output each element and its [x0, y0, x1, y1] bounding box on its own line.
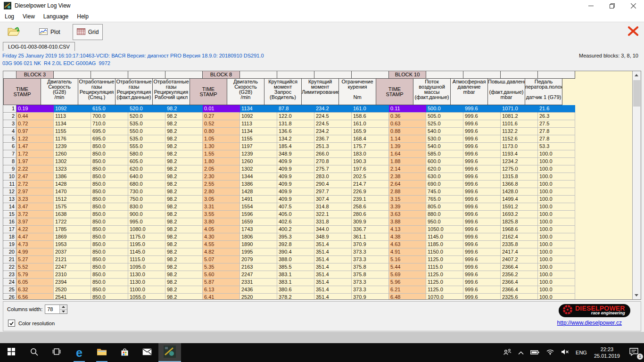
grid-cell[interactable]: 850.0 [91, 211, 128, 218]
restore-button[interactable] [602, 0, 623, 11]
grid-cell[interactable]: 2436 [240, 286, 277, 294]
grid-cell[interactable]: 1132.2 [501, 128, 538, 135]
grid-cell[interactable]: 4.82 [203, 248, 240, 256]
row-number[interactable]: 26 [3, 294, 17, 300]
grid-cell[interactable]: 995.0 [128, 218, 165, 226]
grid-cell[interactable]: 999.6 [463, 226, 501, 233]
grid-cell[interactable]: 0.44 [17, 113, 54, 120]
grid-cell[interactable]: 297.7 [314, 188, 352, 196]
grid-cell[interactable]: 1323 [54, 165, 91, 173]
grid-cell[interactable]: 950.0 [426, 218, 463, 226]
scroll-down-button[interactable] [633, 291, 640, 299]
grid-cell[interactable]: 2331 [240, 279, 277, 286]
row-number[interactable]: 10 [3, 173, 17, 181]
grid-cell[interactable]: 999.6 [463, 143, 501, 150]
search-button[interactable] [23, 343, 45, 362]
scroll-thumb[interactable] [633, 80, 640, 107]
grid-cell[interactable]: 850.0 [91, 143, 128, 150]
grid-cell[interactable]: 409.9 [277, 181, 314, 188]
grid-cell[interactable]: 3.05 [203, 196, 240, 203]
grid-cell[interactable]: 4.13 [389, 226, 426, 233]
grid-cell[interactable]: 1638 [54, 211, 91, 218]
grid-cell[interactable]: 0.52 [203, 120, 240, 128]
grid-cell[interactable]: 98.2 [165, 143, 203, 150]
grid-cell[interactable]: 1095.0 [128, 263, 165, 271]
grid-cell[interactable]: 535.0 [128, 135, 165, 143]
grid-cell[interactable]: 0.27 [203, 113, 240, 120]
scroll-up-button[interactable] [633, 71, 640, 79]
grid-cell[interactable]: 224.5 [314, 113, 352, 120]
grid-cell[interactable]: 1185.0 [426, 241, 463, 248]
grid-cell[interactable]: 1081.2 [501, 113, 538, 120]
grid-cell[interactable]: 409.9 [277, 173, 314, 181]
grid-cell[interactable]: 375.8 [352, 271, 389, 279]
taskbar-clock[interactable]: 22:23 25.01.2019 [590, 343, 624, 362]
grid-cell[interactable]: 850.0 [91, 279, 128, 286]
grid-cell[interactable]: 1825.8 [501, 218, 538, 226]
grid-cell[interactable]: 745.0 [426, 188, 463, 196]
grid-cell[interactable]: 4.55 [203, 241, 240, 248]
grid-cell[interactable]: 850.0 [91, 173, 128, 181]
grid-cell[interactable]: 3.39 [389, 203, 426, 211]
grid-cell[interactable]: 1386 [240, 181, 277, 188]
grid-cell[interactable]: 1659 [240, 218, 277, 226]
grid-cell[interactable]: 3.80 [203, 218, 240, 226]
grid-cell[interactable]: 5.44 [389, 263, 426, 271]
grid-cell[interactable]: 1260 [240, 158, 277, 165]
grid-cell[interactable]: 1176 [54, 135, 91, 143]
grid-cell[interactable]: 0.11 [389, 105, 426, 113]
grid-cell[interactable]: 710.0 [91, 120, 128, 128]
grid-cell[interactable]: 98.2 [165, 105, 203, 113]
grid-cell[interactable]: 1130.0 [128, 271, 165, 279]
grid-cell[interactable]: 1554 [240, 203, 277, 211]
edge-button[interactable]: e [68, 343, 91, 362]
grid-cell[interactable]: 100.0 [538, 256, 575, 263]
grid-cell[interactable]: 999.6 [463, 188, 501, 196]
grid-cell[interactable]: 3.31 [203, 203, 240, 211]
grid-cell[interactable]: 695.0 [91, 135, 128, 143]
grid-cell[interactable]: 100.0 [538, 181, 575, 188]
grid-cell[interactable]: 1428 [54, 181, 91, 188]
grid-cell[interactable]: 100.0 [538, 211, 575, 218]
grid-cell[interactable]: 98.2 [165, 203, 203, 211]
grid-cell[interactable]: 351.4 [314, 294, 352, 300]
grid-cell[interactable]: 98.2 [165, 150, 203, 158]
grid-cell[interactable]: 1134 [240, 105, 277, 113]
grid-cell[interactable]: 100.0 [538, 196, 575, 203]
grid-cell[interactable]: 850.0 [91, 248, 128, 256]
grid-cell[interactable]: 5.79 [17, 271, 54, 279]
row-number[interactable]: 19 [3, 241, 17, 248]
grid-cell[interactable]: 765.0 [426, 196, 463, 203]
grid-cell[interactable]: 850.0 [91, 188, 128, 196]
grid-cell[interactable]: 100.0 [538, 271, 575, 279]
grid-cell[interactable]: 850.0 [91, 271, 128, 279]
grid-cell[interactable]: 134.2 [277, 135, 314, 143]
grid-cell[interactable]: 0.36 [389, 113, 426, 120]
grid-cell[interactable]: 168.4 [352, 135, 389, 143]
grid-cell[interactable]: 750.0 [128, 196, 165, 203]
grid-cell[interactable]: 395.3 [277, 233, 314, 241]
grid-cell[interactable]: 830.0 [128, 203, 165, 211]
grid-cell[interactable]: 234.2 [314, 128, 352, 135]
grid-cell[interactable]: 175.7 [352, 143, 389, 150]
close-log-button[interactable] [625, 25, 641, 39]
grid-cell[interactable]: 1101.6 [501, 120, 538, 128]
grid-cell[interactable]: 351.4 [314, 256, 352, 263]
grid-cell[interactable]: 730.0 [128, 188, 165, 196]
plot-button[interactable]: Plot [35, 25, 64, 40]
grid-cell[interactable]: 2541 [54, 294, 91, 300]
grid-cell[interactable]: 1344 [240, 173, 277, 181]
grid-cell[interactable]: 520.0 [128, 105, 165, 113]
row-number[interactable]: 4 [3, 128, 17, 135]
grid-cell[interactable]: 680.0 [128, 181, 165, 188]
grid-cell[interactable]: 1125.0 [426, 256, 463, 263]
grid-cell[interactable]: 122.0 [277, 113, 314, 120]
grid-cell[interactable]: 100.0 [538, 173, 575, 181]
grid-cell[interactable]: 351.4 [314, 271, 352, 279]
grid-cell[interactable]: 1130.0 [128, 279, 165, 286]
grid-cell[interactable]: 1575 [54, 203, 91, 211]
row-number[interactable]: 20 [3, 248, 17, 256]
grid-cell[interactable]: 999.6 [463, 279, 501, 286]
grid-cell[interactable]: 3.23 [17, 196, 54, 203]
grid-cell[interactable]: 999.6 [463, 203, 501, 211]
